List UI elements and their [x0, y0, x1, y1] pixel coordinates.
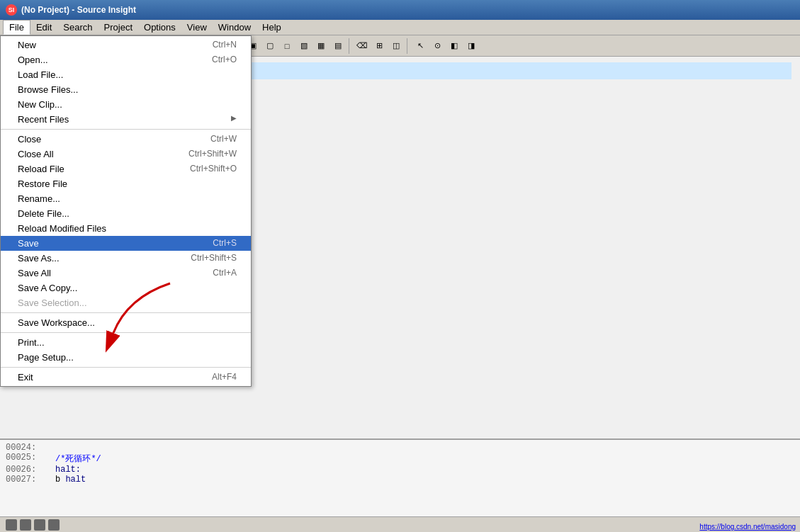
bp-num-1: 00024: [6, 443, 55, 453]
menu-item-new-clip[interactable]: New Clip... [1, 97, 251, 112]
bp-code-3: halt: [55, 465, 81, 475]
bp-num-3: 00026: [6, 465, 55, 475]
status-icon-3 [34, 519, 45, 531]
menu-item-reload-file[interactable]: Reload File Ctrl+Shift+O [1, 162, 251, 176]
tb-sep-5 [407, 38, 410, 54]
menu-search[interactable]: Search [57, 21, 98, 34]
tb-btn-16[interactable]: ▧ [296, 38, 312, 54]
link-text[interactable]: https://blog.csdn.net/masidong [695, 521, 800, 532]
menu-bar: File Edit Search Project Options View Wi… [0, 20, 800, 35]
tb-btn-24[interactable]: ◧ [446, 38, 462, 54]
menu-item-rename[interactable]: Rename... [1, 191, 251, 206]
menu-item-save-selection: Save Selection... [1, 295, 251, 310]
menu-file[interactable]: File [3, 20, 30, 35]
bp-line-1: 00024: [6, 443, 794, 453]
status-icon-4 [48, 519, 60, 531]
bp-line-3: 00026: halt: [6, 465, 794, 475]
menu-item-recent-files[interactable]: Recent Files ▶ [1, 112, 251, 127]
dd-sep-3 [1, 332, 251, 333]
menu-item-print[interactable]: Print... [1, 335, 251, 350]
title-bar: SI (No Project) - Source Insight [0, 0, 800, 20]
menu-item-page-setup[interactable]: Page Setup... [1, 350, 251, 365]
menu-item-restore-file[interactable]: Restore File [1, 176, 251, 191]
tb-btn-20[interactable]: ⊞ [371, 38, 387, 54]
menu-item-delete-file[interactable]: Delete File... [1, 206, 251, 221]
window-title: (No Project) - Source Insight [21, 5, 136, 15]
menu-item-load-file[interactable]: Load File... [1, 67, 251, 82]
bp-line-2: 00025: /*死循环*/ [6, 453, 794, 465]
menu-item-save-workspace[interactable]: Save Workspace... [1, 315, 251, 330]
menu-item-reload-modified[interactable]: Reload Modified Files [1, 221, 251, 236]
menu-item-save-all[interactable]: Save All Ctrl+A [1, 266, 251, 281]
bp-code-2: /*死循环*/ [55, 453, 101, 465]
menu-options[interactable]: Options [138, 21, 181, 34]
menu-item-new[interactable]: New Ctrl+N [1, 38, 251, 52]
app-icon: SI [6, 4, 17, 16]
tb-btn-23[interactable]: ⊙ [429, 38, 445, 54]
menu-item-close-all[interactable]: Close All Ctrl+Shift+W [1, 147, 251, 162]
bp-line-4: 00027: b halt [6, 475, 794, 485]
tb-btn-19[interactable]: ⌫ [354, 38, 370, 54]
menu-item-open[interactable]: Open... Ctrl+O [1, 52, 251, 67]
dd-sep-4 [1, 367, 251, 368]
file-menu-dropdown: New Ctrl+N Open... Ctrl+O Load File... B… [0, 35, 252, 387]
tb-btn-22[interactable]: ↖ [412, 38, 428, 54]
tb-btn-14[interactable]: ▢ [262, 38, 278, 54]
bp-code-4: b halt [55, 475, 86, 485]
menu-edit[interactable]: Edit [30, 21, 57, 34]
tb-btn-18[interactable]: ▤ [330, 38, 346, 54]
menu-item-save[interactable]: Save Ctrl+S [1, 236, 251, 251]
bp-num-4: 00027: [6, 475, 55, 485]
menu-help[interactable]: Help [257, 21, 287, 34]
dd-sep-2 [1, 312, 251, 313]
menu-item-save-copy[interactable]: Save A Copy... [1, 281, 251, 295]
bp-num-2: 00025: [6, 453, 55, 465]
status-bar: https://blog.csdn.net/masidong [0, 516, 800, 532]
menu-project[interactable]: Project [98, 21, 138, 34]
tb-btn-25[interactable]: ◨ [463, 38, 479, 54]
status-icon-1 [6, 519, 17, 531]
tb-btn-15[interactable]: □ [279, 38, 295, 54]
menu-item-save-as[interactable]: Save As... Ctrl+Shift+S [1, 251, 251, 266]
menu-window[interactable]: Window [213, 21, 257, 34]
tb-btn-21[interactable]: ◫ [388, 38, 404, 54]
tb-sep-4 [349, 38, 351, 54]
tb-btn-17[interactable]: ▦ [313, 38, 329, 54]
menu-item-browse-files[interactable]: Browse Files... [1, 82, 251, 97]
bottom-panel: 00024: 00025: /*死循环*/ 00026: halt: 00027… [0, 438, 800, 516]
menu-item-exit[interactable]: Exit Alt+F4 [1, 370, 251, 385]
menu-view[interactable]: View [181, 21, 213, 34]
dd-sep-1 [1, 129, 251, 130]
status-icon-2 [20, 519, 31, 531]
menu-item-close[interactable]: Close Ctrl+W [1, 132, 251, 147]
